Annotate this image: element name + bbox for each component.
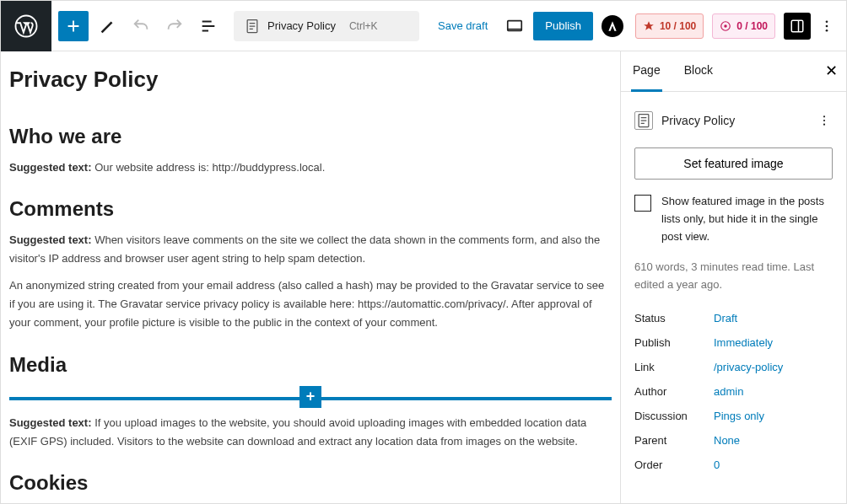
close-sidebar-button[interactable]: ✕ [825,62,838,80]
sidebar-doc-name: Privacy Policy [661,114,807,127]
inline-add-block-button[interactable]: + [299,386,321,408]
document-overview-button[interactable] [193,11,224,41]
row-link: Link/privacy-policy [634,355,833,379]
wordpress-logo[interactable] [1,1,51,51]
row-discussion: DiscussionPings only [634,404,833,428]
settings-sidebar: Page Block ✕ Privacy Policy Set featured… [620,51,846,503]
add-block-button[interactable] [58,11,89,41]
command-shortcut: Ctrl+K [349,20,378,32]
row-order: Order0 [634,453,833,477]
readability-icon [643,20,655,32]
block-inserter-line[interactable]: + [9,395,612,399]
row-status: StatusDraft [634,306,833,330]
page-title[interactable]: Privacy Policy [9,67,612,93]
heading-comments[interactable]: Comments [9,197,612,221]
tab-block[interactable]: Block [682,51,715,92]
heading-cookies[interactable]: Cookies [9,471,612,495]
doc-meta-text: 610 words, 3 minutes read time. Last edi… [634,259,833,294]
set-featured-image-button[interactable]: Set featured image [634,147,833,180]
row-publish: PublishImmediately [634,330,833,355]
document-title: Privacy Policy [267,19,336,32]
tab-page[interactable]: Page [631,51,662,92]
astra-logo-icon[interactable] [602,15,623,37]
page-icon [634,111,653,130]
featured-image-checkbox-label: Show featured image in the posts lists o… [661,193,833,245]
paragraph[interactable]: An anonymized string created from your e… [9,276,612,332]
seo-score-badge[interactable]: 0 / 100 [712,13,775,39]
paragraph[interactable]: Suggested text: When visitors leave comm… [9,231,612,268]
tools-button[interactable] [92,11,122,41]
svg-point-10 [823,115,825,117]
svg-point-4 [725,24,728,28]
row-parent: ParentNone [634,428,833,453]
undo-button[interactable] [126,11,156,41]
top-toolbar: Privacy Policy Ctrl+K Save draft Publish… [1,1,846,51]
svg-rect-5 [791,20,803,32]
settings-toggle-button[interactable] [784,13,811,40]
svg-point-6 [826,20,828,23]
editor-canvas[interactable]: Privacy Policy Who we are Suggested text… [1,51,620,503]
row-author: Authoradmin [634,379,833,404]
page-icon [244,18,261,35]
redo-button[interactable] [159,11,190,41]
svg-point-12 [823,124,825,126]
paragraph[interactable]: Suggested text: Our website address is: … [9,158,612,177]
seo-target-icon [720,20,731,32]
svg-point-11 [823,120,825,121]
svg-point-7 [826,24,828,27]
heading-who-we-are[interactable]: Who we are [9,125,612,148]
paragraph[interactable]: Suggested text: If you upload images to … [9,414,612,451]
doc-actions-button[interactable] [816,105,833,136]
svg-point-8 [826,29,828,31]
preview-button[interactable] [499,11,530,41]
heading-media[interactable]: Media [9,353,612,377]
publish-button[interactable]: Publish [533,12,593,40]
readability-score-badge[interactable]: 10 / 100 [635,13,704,39]
document-bar[interactable]: Privacy Policy Ctrl+K [234,11,419,41]
save-draft-button[interactable]: Save draft [429,11,496,41]
options-menu-button[interactable] [814,11,839,41]
featured-image-checkbox[interactable] [634,195,651,212]
